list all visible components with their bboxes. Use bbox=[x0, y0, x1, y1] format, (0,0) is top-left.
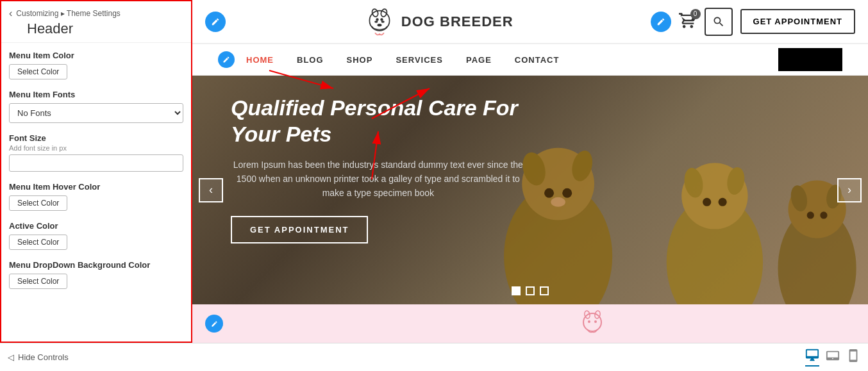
get-appointment-button[interactable]: GET APPOINTMENT bbox=[740, 9, 855, 34]
menu-item-color-label: Menu Item Color bbox=[9, 51, 183, 60]
page-title: Header bbox=[9, 21, 183, 37]
hero-cta-button[interactable]: GET APPOINTMENT bbox=[231, 216, 368, 243]
svg-point-1 bbox=[371, 8, 379, 17]
font-size-label: Font Size bbox=[9, 133, 183, 143]
hero-dot-3[interactable] bbox=[540, 286, 549, 295]
hero-content: Qualified Personal Care For Your Pets Lo… bbox=[192, 76, 564, 263]
search-icon-btn[interactable] bbox=[705, 8, 733, 36]
header-right: 0 GET APPOINTMENT bbox=[651, 8, 855, 36]
menu-item-fonts-select[interactable]: No Fonts bbox=[9, 103, 183, 123]
svg-point-3 bbox=[374, 21, 378, 22]
edit-header-pencil[interactable] bbox=[651, 12, 671, 32]
bottom-toolbar: ◁ Hide Controls bbox=[0, 343, 868, 371]
sidebar-content: Menu Item Color Select Color Menu Item F… bbox=[1, 43, 191, 342]
font-size-input[interactable] bbox=[9, 154, 183, 172]
hero-description: Lorem Ipsum has been the industrys stand… bbox=[231, 158, 526, 201]
nav-item-shop[interactable]: SHOP bbox=[335, 46, 385, 74]
hide-controls-label: Hide Controls bbox=[18, 352, 69, 362]
menu-item-color-group: Menu Item Color Select Color bbox=[9, 51, 183, 79]
hero-dot-2[interactable] bbox=[526, 286, 535, 295]
tablet-icon[interactable] bbox=[826, 349, 840, 366]
hero-prev-arrow[interactable]: ‹ bbox=[199, 178, 223, 202]
hero-dot-1[interactable] bbox=[512, 286, 521, 295]
hide-controls-arrow: ◁ bbox=[8, 352, 14, 362]
active-color-label: Active Color bbox=[9, 221, 183, 231]
breadcrumb: Customizing ▸ Theme Settings bbox=[16, 9, 121, 18]
edit-logo-pencil[interactable] bbox=[205, 12, 226, 32]
menu-hover-color-group: Menu Item Hover Color Select Color bbox=[9, 182, 183, 211]
svg-point-25 bbox=[807, 211, 814, 218]
svg-point-20 bbox=[718, 198, 726, 206]
nav-item-contact[interactable]: CONTACT bbox=[503, 46, 571, 74]
svg-point-6 bbox=[376, 18, 378, 21]
menu-item-color-button[interactable]: Select Color bbox=[9, 64, 67, 79]
nav-item-services[interactable]: SERVICES bbox=[384, 46, 455, 74]
dropdown-bg-color-button[interactable]: Select Color bbox=[9, 274, 67, 289]
svg-point-26 bbox=[820, 211, 827, 218]
cart-badge: 0 bbox=[690, 9, 701, 19]
svg-point-7 bbox=[380, 18, 383, 21]
next-arrow-btn[interactable]: › bbox=[837, 178, 862, 202]
svg-point-30 bbox=[588, 320, 590, 323]
menu-item-fonts-label: Menu Item Fonts bbox=[9, 90, 183, 99]
back-button[interactable]: ‹ bbox=[9, 8, 12, 19]
nav-bar: HOME BLOG SHOP SERVICES PAGE CONTACT bbox=[192, 44, 868, 76]
hide-controls-button[interactable]: ◁ Hide Controls bbox=[8, 352, 69, 362]
pink-section bbox=[192, 304, 868, 343]
sidebar-panel: ‹ Customizing ▸ Theme Settings Header Me… bbox=[0, 0, 192, 343]
hero-dots bbox=[512, 286, 549, 295]
nav-item-page[interactable]: PAGE bbox=[455, 46, 503, 74]
svg-point-5 bbox=[377, 24, 381, 26]
preview-header: DOG BREEDER 0 GET APPOINTMENT bbox=[192, 0, 868, 44]
nav-item-blog[interactable]: BLOG bbox=[285, 46, 335, 74]
edit-pink-pencil[interactable] bbox=[205, 315, 223, 333]
logo-text: DOG BREEDER bbox=[401, 13, 513, 30]
mobile-icon[interactable] bbox=[846, 349, 860, 366]
logo-icon bbox=[363, 5, 396, 38]
dropdown-bg-color-label: Menu DropDown Background Color bbox=[9, 260, 183, 270]
active-color-button[interactable]: Select Color bbox=[9, 235, 67, 250]
dropdown-bg-color-group: Menu DropDown Background Color Select Co… bbox=[9, 260, 183, 289]
menu-hover-color-button[interactable]: Select Color bbox=[9, 195, 67, 211]
logo-area: DOG BREEDER bbox=[363, 5, 513, 38]
sidebar-header: ‹ Customizing ▸ Theme Settings Header bbox=[1, 1, 191, 43]
active-color-group: Active Color Select Color bbox=[9, 221, 183, 250]
hero-section: Qualified Personal Care For Your Pets Lo… bbox=[192, 76, 868, 304]
menu-item-fonts-group: Menu Item Fonts No Fonts bbox=[9, 90, 183, 123]
cart-icon[interactable]: 0 bbox=[679, 12, 697, 32]
menu-hover-color-label: Menu Item Hover Color bbox=[9, 182, 183, 192]
device-icons bbox=[805, 348, 860, 367]
nav-black-box bbox=[778, 48, 842, 71]
hero-next-arrow[interactable]: › bbox=[837, 178, 862, 202]
desktop-icon[interactable] bbox=[805, 348, 819, 367]
svg-point-31 bbox=[594, 320, 597, 323]
svg-point-27 bbox=[583, 313, 601, 331]
preview-wrapper: DOG BREEDER 0 GET APPOINTMENT bbox=[192, 0, 868, 343]
svg-point-2 bbox=[380, 8, 388, 17]
edit-nav-pencil[interactable] bbox=[218, 51, 235, 68]
svg-point-4 bbox=[381, 21, 384, 22]
breadcrumb-row: ‹ Customizing ▸ Theme Settings bbox=[9, 8, 183, 19]
font-size-group: Font Size Add font size in px bbox=[9, 133, 183, 172]
pink-dog-icon bbox=[573, 306, 612, 342]
svg-point-19 bbox=[703, 198, 711, 206]
hero-title: Qualified Personal Care For Your Pets bbox=[231, 95, 526, 147]
nav-item-home[interactable]: HOME bbox=[235, 46, 285, 74]
font-size-hint: Add font size in px bbox=[9, 144, 183, 152]
prev-arrow-btn[interactable]: ‹ bbox=[199, 178, 223, 202]
